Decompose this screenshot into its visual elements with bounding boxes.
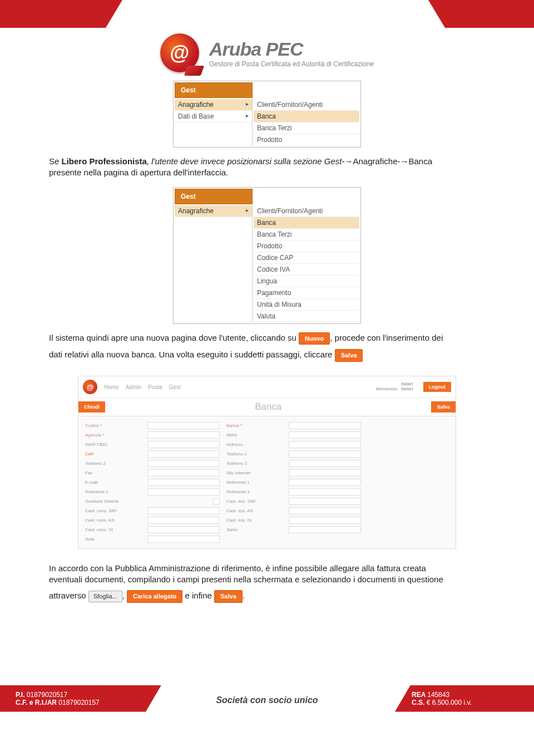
top-decor [0, 0, 534, 28]
text-input[interactable] [289, 460, 361, 467]
text-input[interactable] [147, 526, 220, 533]
text-input[interactable] [289, 469, 361, 477]
menu-screenshot-1: Gest Anagrafiche▸Dati di Base▸ Clienti/F… [0, 81, 534, 148]
text-input[interactable] [289, 488, 361, 495]
field-label: Cast. cons. AS [85, 518, 141, 523]
top-red-left [0, 0, 122, 28]
field-label: Telefono 1 [226, 451, 282, 456]
field-label: Banca * [226, 423, 282, 428]
text-input[interactable] [289, 431, 361, 439]
logo-subtitle: Gestore di Posta Certificata ed Autorità… [209, 60, 374, 68]
field-label: Sito Internet [226, 470, 282, 475]
text-input[interactable] [289, 422, 361, 429]
field-label: Cast. cons. SBF [85, 508, 141, 513]
nav-gest[interactable]: Gest [169, 384, 181, 390]
submenu-item[interactable]: Clienti/Fornitori/Agenti [254, 205, 359, 217]
text-input[interactable] [289, 517, 361, 524]
menu-item[interactable]: Anagrafiche▸ [175, 205, 252, 217]
text-input[interactable] [147, 469, 220, 477]
text-input[interactable] [289, 479, 361, 486]
submenu-item[interactable]: Banca Terzi [254, 122, 359, 134]
submenu-item[interactable]: Prodotto [254, 240, 359, 252]
nav-home[interactable]: Home [104, 384, 119, 390]
nuovo-button-chip: Nuovo [299, 332, 330, 345]
salva-button-chip: Salva [335, 349, 363, 362]
paragraph-3b: attraverso Sfoglia..., Carica allegato e… [49, 590, 485, 603]
submenu-item[interactable]: Banca [254, 111, 359, 122]
nav-posta[interactable]: Posta [148, 384, 162, 390]
field-label: Agenzia * [85, 433, 141, 438]
save-button[interactable]: Salva [431, 401, 456, 413]
salva-button-chip-2: Salva [214, 590, 243, 603]
field-label: Saldo [226, 527, 282, 532]
logo-seal-icon: @ [160, 33, 199, 72]
footer-left: P.I. 01879020517 C.F. e R.I./AR 01879020… [0, 685, 161, 712]
field-label: Cast. ess. DI [226, 518, 282, 523]
text-input[interactable] [289, 498, 361, 505]
field-label: CAP [85, 451, 141, 456]
field-label: Cast. ess. AS [226, 508, 282, 513]
submenu-item[interactable]: Codice CAP [254, 252, 359, 264]
field-label: Telefono 2 [85, 461, 141, 466]
text-input[interactable] [289, 507, 361, 514]
submenu-item[interactable]: Banca [254, 217, 359, 229]
text-input[interactable] [147, 536, 220, 543]
footer-center: Società con socio unico [216, 695, 318, 705]
menu2-header: Gest [175, 189, 253, 204]
menu-screenshot-2: Gest Anagrafiche▸ Clienti/Fornitori/Agen… [0, 187, 534, 324]
submenu-item[interactable]: Pagamento [254, 287, 359, 299]
paragraph-2: Il sistema quindi apre una nuova pagina … [49, 332, 485, 345]
mini-seal-icon: @ [83, 380, 97, 394]
menu-item[interactable]: Anagrafiche▸ [175, 99, 252, 111]
logout-button[interactable]: Logout [423, 382, 452, 392]
text-input[interactable] [147, 441, 220, 448]
logo-text: Aruba PEC Gestore di Posta Certificata e… [209, 38, 374, 68]
text-input[interactable] [289, 450, 361, 458]
field-label: Cast. ess. SBF [226, 499, 282, 504]
field-label: E-mail [85, 480, 141, 485]
field-label: Telefono 3 [226, 461, 282, 466]
sfoglia-button-chip: Sfoglia... [88, 591, 122, 602]
menu-item[interactable]: Dati di Base▸ [175, 111, 252, 122]
submenu-item[interactable]: Prodotto [254, 134, 359, 146]
text-input[interactable] [147, 460, 220, 467]
chevron-right-icon: ▸ [246, 207, 249, 213]
chevron-right-icon: ▸ [246, 112, 249, 119]
submenu-item[interactable]: Unità di Misura [254, 299, 359, 311]
paragraph-3: In accordo con la Pubblica Amministrazio… [49, 563, 485, 586]
text-input[interactable] [147, 479, 220, 486]
text-input[interactable] [147, 450, 220, 458]
menu1-header: Gest [175, 82, 253, 98]
text-input[interactable] [147, 422, 220, 429]
form-titlebar: Chiudi Banca Salva [78, 398, 456, 416]
footer: P.I. 01879020517 C.F. e R.I./AR 01879020… [0, 681, 534, 712]
close-button[interactable]: Chiudi [78, 401, 105, 413]
nav-admin[interactable]: Admin [126, 384, 141, 390]
text-input[interactable] [289, 441, 361, 448]
field-label: Referente 2 [85, 489, 141, 494]
top-red-right [428, 0, 534, 28]
chevron-right-icon: ▸ [246, 101, 249, 107]
logo-title: Aruba PEC [209, 38, 374, 60]
arrow-icon: → [344, 156, 353, 166]
arrow-icon: → [400, 156, 409, 166]
submenu-item[interactable]: Lingua [254, 276, 359, 287]
field-label: Cast. cons. DI [85, 527, 141, 532]
form-topbar: @ Home Admin Posta Gest italiart Benvenu… [78, 376, 456, 398]
checkbox-input[interactable] [213, 498, 220, 505]
text-input[interactable] [289, 526, 361, 533]
field-label: SWIFT/BIC [85, 442, 141, 447]
submenu-item[interactable]: Valuta [254, 311, 359, 322]
field-label: Fax [85, 470, 141, 475]
paragraph-1: Se Libero Professionista, l'utente deve … [49, 156, 485, 179]
text-input[interactable] [147, 517, 220, 524]
text-input[interactable] [147, 431, 220, 439]
submenu-item[interactable]: Banca Terzi [254, 229, 359, 240]
text-input[interactable] [147, 488, 220, 495]
submenu-item[interactable]: Clienti/Fornitori/Agenti [254, 99, 359, 111]
submenu-item[interactable]: Codice IVA [254, 264, 359, 276]
text-input[interactable] [147, 507, 220, 514]
field-label: Codice * [85, 423, 141, 428]
field-label: Referente 3 [226, 489, 282, 494]
field-label: Indirizzo [226, 442, 282, 447]
